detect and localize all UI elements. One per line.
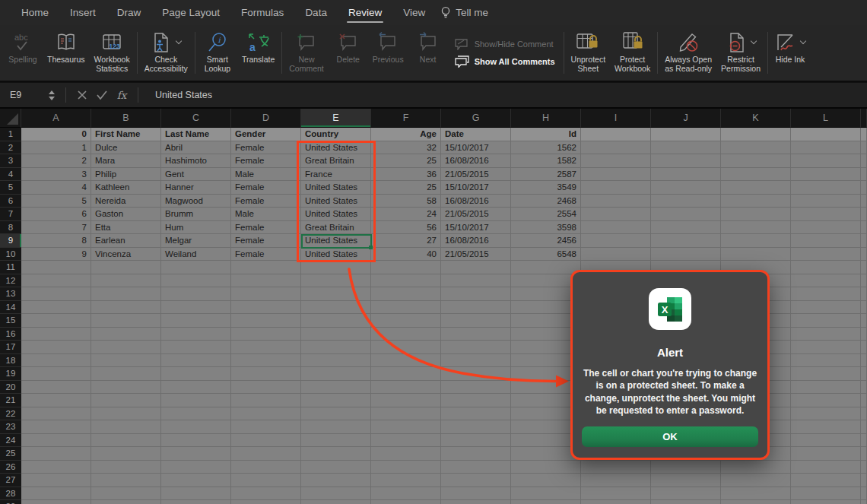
cell-C25[interactable] (161, 447, 231, 461)
cell-A4[interactable]: 3 (21, 168, 91, 182)
cell-A12[interactable] (21, 274, 91, 288)
cell-E22[interactable] (301, 407, 371, 421)
cell-E20[interactable] (301, 381, 371, 395)
cell-J6[interactable] (651, 195, 721, 208)
cell-B8[interactable]: Etta (91, 221, 161, 235)
cell-G18[interactable] (441, 354, 511, 368)
row-header-9[interactable]: 9 (0, 234, 21, 248)
cell-B23[interactable] (91, 420, 161, 434)
column-header-A[interactable]: A (21, 109, 91, 128)
cell-E4[interactable]: France (301, 168, 371, 182)
column-header-B[interactable]: B (91, 109, 161, 128)
column-header-J[interactable]: J (651, 109, 721, 128)
cell-H10[interactable]: 6548 (511, 248, 581, 262)
cell-A10[interactable]: 9 (21, 248, 91, 262)
tab-formulas[interactable]: Formulas (230, 0, 294, 25)
cell-D5[interactable]: Female (231, 181, 301, 195)
row-header-15[interactable]: 15 (0, 314, 21, 328)
cell-J8[interactable] (651, 221, 721, 235)
row-header-17[interactable]: 17 (0, 341, 21, 354)
cell-I3[interactable] (581, 154, 651, 168)
cell-J3[interactable] (651, 154, 721, 168)
cell-D6[interactable]: Female (231, 195, 301, 208)
cell-G5[interactable]: 15/10/2017 (441, 181, 511, 195)
cell-F11[interactable] (371, 261, 441, 274)
cell-D29[interactable] (231, 500, 301, 504)
cell-C8[interactable]: Hum (161, 221, 231, 235)
cell-B24[interactable] (91, 434, 161, 448)
cell-H8[interactable]: 3598 (511, 221, 581, 235)
cell-A1[interactable]: 0 (21, 128, 91, 141)
row-header-3[interactable]: 3 (0, 154, 21, 168)
cell-G4[interactable]: 21/05/2015 (441, 168, 511, 182)
cell-B6[interactable]: Nereida (91, 195, 161, 208)
cell-I10[interactable] (581, 248, 651, 262)
cell-J9[interactable] (651, 234, 721, 248)
cell-A5[interactable]: 4 (21, 181, 91, 195)
cell-L24[interactable] (791, 434, 861, 448)
cell-E11[interactable] (301, 261, 371, 274)
protect-workbook-button[interactable]: Protect Workbook (610, 25, 655, 81)
cell-C20[interactable] (161, 381, 231, 395)
check-accessibility-button[interactable]: Check Accessibility (140, 25, 192, 81)
always-open-read-only-button[interactable]: Always Open as Read-only (660, 25, 716, 81)
cell-E19[interactable] (301, 367, 371, 381)
cell-D28[interactable] (231, 487, 301, 501)
cell-A15[interactable] (21, 314, 91, 328)
cell-K7[interactable] (721, 208, 791, 221)
cell-L8[interactable] (791, 221, 861, 235)
select-all-corner[interactable] (0, 109, 21, 128)
cell-F23[interactable] (371, 420, 441, 434)
tab-insert[interactable]: Insert (59, 0, 106, 25)
cell-E10[interactable]: United States (301, 248, 371, 262)
cell-B15[interactable] (91, 314, 161, 328)
show-all-comments-button[interactable]: Show All Comments (454, 55, 555, 68)
cell-E16[interactable] (301, 328, 371, 341)
cell-L5[interactable] (791, 181, 861, 195)
cell-H27[interactable] (511, 474, 581, 487)
cell-G3[interactable]: 16/08/2016 (441, 154, 511, 168)
cell-E25[interactable] (301, 447, 371, 461)
cell-C12[interactable] (161, 274, 231, 288)
cell-B25[interactable] (91, 447, 161, 461)
cell-L28[interactable] (791, 487, 861, 501)
cell-K28[interactable] (721, 487, 791, 501)
cell-L19[interactable] (791, 367, 861, 381)
cell-K4[interactable] (721, 168, 791, 182)
cell-G28[interactable] (441, 487, 511, 501)
cell-L27[interactable] (791, 474, 861, 487)
row-header-29[interactable]: 29 (0, 500, 21, 504)
cell-E13[interactable] (301, 287, 371, 301)
cell-C29[interactable] (161, 500, 231, 504)
row-header-24[interactable]: 24 (0, 434, 21, 448)
cell-H6[interactable]: 2468 (511, 195, 581, 208)
column-header-E[interactable]: E (301, 109, 371, 128)
cell-F1[interactable]: Age (371, 128, 441, 141)
tab-draw[interactable]: Draw (106, 0, 152, 25)
cell-B4[interactable]: Philip (91, 168, 161, 182)
cell-D24[interactable] (231, 434, 301, 448)
column-header-G[interactable]: G (441, 109, 511, 128)
cell-G27[interactable] (441, 474, 511, 487)
cell-H5[interactable]: 3549 (511, 181, 581, 195)
column-header-L[interactable]: L (791, 109, 861, 128)
row-header-12[interactable]: 12 (0, 274, 21, 288)
tab-data[interactable]: Data (294, 0, 338, 25)
cell-B10[interactable]: Vincenza (91, 248, 161, 262)
cell-C14[interactable] (161, 301, 231, 315)
cell-J4[interactable] (651, 168, 721, 182)
cell-F10[interactable]: 40 (371, 248, 441, 262)
cell-B2[interactable]: Dulce (91, 141, 161, 155)
cell-J26[interactable] (651, 461, 721, 474)
row-header-16[interactable]: 16 (0, 328, 21, 341)
cell-L25[interactable] (791, 447, 861, 461)
cell-L20[interactable] (791, 381, 861, 395)
cell-D23[interactable] (231, 420, 301, 434)
cell-L17[interactable] (791, 341, 861, 354)
cell-F7[interactable]: 24 (371, 208, 441, 221)
column-header-D[interactable]: D (231, 109, 301, 128)
cell-F22[interactable] (371, 407, 441, 421)
cell-A19[interactable] (21, 367, 91, 381)
row-header-7[interactable]: 7 (0, 208, 21, 221)
cell-J2[interactable] (651, 141, 721, 155)
